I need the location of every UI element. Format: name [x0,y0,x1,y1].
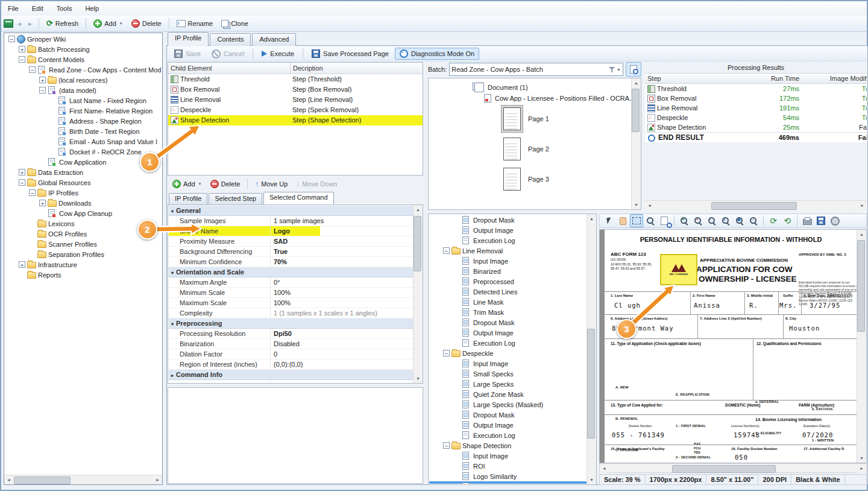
expander-icon[interactable]: − [443,350,450,356]
refresh-button[interactable]: ⟳ Refresh [43,19,82,28]
print-button[interactable] [800,214,814,227]
add-button[interactable]: Add ▼ [90,18,127,29]
expander-icon[interactable]: − [443,247,450,254]
result-row[interactable]: Threshold 27ms True [645,84,867,93]
expander-icon[interactable]: − [39,87,46,93]
diagnostic-item[interactable]: Preprocessed [429,276,587,287]
child-element-row[interactable]: Line Removal Step (Line Removal) [168,95,423,105]
diagnostic-item[interactable]: − Shape Detection [429,440,587,451]
scroll-right-icon[interactable]: ► [858,201,867,210]
tree-item[interactable]: − Content Models [5,54,162,65]
tree-item[interactable]: Birth Date - Text Region [5,126,162,136]
scrollbar-thumb[interactable] [414,216,421,271]
scroll-down-icon[interactable]: ▼ [857,454,866,463]
page-thumbnail-row[interactable]: Page 3 [501,164,641,194]
expander-icon[interactable]: − [29,66,36,73]
zoom-out-button[interactable]: − [691,214,705,227]
tree-item[interactable]: Address - Shape Region [5,116,162,126]
page-thumbnail[interactable] [503,107,521,130]
tab[interactable]: IP Profile [168,32,209,46]
zoom-region-button[interactable] [644,214,657,227]
pan-tool-button[interactable] [616,214,629,227]
save-image-button[interactable] [814,214,828,227]
scroll-down-icon[interactable]: ▼ [587,475,596,484]
property-row[interactable]: Complexity 1 (1 samples x 1 scales x 1 a… [169,308,413,318]
tree-item[interactable]: − (data model) [5,85,162,95]
move-down-button[interactable]: ↓ Move Down [292,179,341,189]
property-row[interactable]: Region of Interest (inches) (0,0):(0,0) [169,360,413,370]
scrollbar-thumb[interactable] [672,465,776,473]
tab[interactable]: Contents [210,33,251,46]
page-thumbnail[interactable] [503,138,521,160]
menu-item[interactable]: Tools [50,1,79,16]
diagnostic-item[interactable]: Execution Log [429,430,587,440]
property-row[interactable]: Dilation Factor 0 [169,349,413,360]
scroll-up-icon[interactable]: ▲ [414,205,423,214]
expander-icon[interactable]: + [39,77,46,83]
delete-button[interactable]: Delete [128,18,165,29]
expander-icon[interactable]: − [443,442,450,449]
tree-item[interactable]: + Infrastructure [5,259,162,270]
diagnostic-item[interactable]: Binarized [429,266,587,276]
scrollbar-thumb[interactable] [711,202,797,210]
zoom-dynamic-button[interactable]: ↕ [705,214,719,227]
batch-combo[interactable]: Read Zone - Cow Ap​ps - Batch ▼ [449,63,623,76]
diagnostic-item[interactable]: Output Image [429,420,587,430]
diagnostic-item[interactable]: Execution Log [429,338,587,348]
rename-button[interactable]: Rename [173,19,217,28]
scroll-down-icon[interactable]: ▼ [632,200,641,209]
delete-step-button[interactable]: Delete [207,179,244,189]
scroll-up-icon[interactable]: ▲ [587,214,596,223]
tree-horizontal-scrollbar[interactable]: ◄ ► [4,475,162,484]
diagnostic-item[interactable]: Input Image [429,358,587,369]
diagnostic-item[interactable]: Input Image [429,256,587,266]
page-thumbnail[interactable] [503,168,521,191]
back-icon[interactable]: ◄ [14,21,24,27]
result-row[interactable]: Line Removal 191ms True [645,103,867,113]
diagnostic-item[interactable]: Large Specks [429,379,587,389]
results-scrollbar[interactable]: ◄ ► [645,200,867,210]
tree-item[interactable]: Cow Application [5,157,162,167]
menu-item[interactable]: Help [78,1,105,16]
move-up-button[interactable]: ↑ Move Up [251,179,291,189]
diagnostic-item[interactable]: Dropout Mask [429,317,587,328]
save-processed-page-button[interactable]: Save Processed Page [307,48,394,60]
tree-item[interactable]: Last Name - Fixed Region [5,95,162,106]
property-row[interactable]: Shape Name Logo [169,226,413,236]
page-preview-button[interactable] [658,214,671,227]
diagnostic-item[interactable]: Line Mask [429,297,587,307]
chevron-down-icon[interactable]: ▼ [617,68,621,72]
zoom-fit-button[interactable]: ▣ [733,214,746,227]
refresh-view-button[interactable]: ⟳ [767,214,780,227]
rotate-button[interactable]: ⟲ [781,214,794,227]
tree-item[interactable]: Scanner Profiles [5,239,162,249]
diagnostic-item[interactable]: − Line Removal [429,246,587,256]
expander-icon[interactable]: + [19,169,25,176]
batch-document-node[interactable]: Document (1) [472,82,641,93]
diagnostic-item[interactable]: Output Image [429,225,587,235]
property-row[interactable]: Sample Images 1 sample images [169,216,413,226]
scroll-right-icon[interactable]: ► [153,475,162,484]
tab[interactable]: Selected Command [263,192,334,204]
viewer-vertical-scrollbar[interactable]: ▲ ▼ [857,230,866,463]
property-row[interactable]: Processing Resolution Dpi50 [169,329,413,339]
diagnostic-item[interactable]: Logo Similarity [429,471,587,481]
scrollbar-thumb[interactable] [632,89,640,132]
column-header-image-modified[interactable]: Image Modified [803,74,867,83]
result-row[interactable]: END RESULT 469ms False [645,132,867,142]
tree-item[interactable]: − Grooper Wiki [5,34,162,44]
property-row[interactable]: Command Type Shape Detection [169,380,413,382]
tab[interactable]: Selected Step [209,193,262,204]
app-icon[interactable] [4,19,13,28]
tree-item[interactable]: Docket # - ReOCR Zone [5,147,162,157]
diagnostic-item[interactable]: − Despeckle [429,348,587,358]
zoom-fit-width-button[interactable]: ↔ [747,214,760,227]
property-row[interactable]: Background Differencing True [169,247,413,257]
diagnostics-mode-button[interactable]: Diagnostics Mode On [395,48,479,60]
diagnostics-scrollbar[interactable]: ▲ ▼ [587,214,596,484]
tab[interactable]: IP Profile [169,193,207,204]
viewer-settings-button[interactable] [828,214,841,227]
expander-icon[interactable]: + [19,46,25,52]
scrollbar-thumb[interactable] [857,240,865,332]
preview-pane-button[interactable] [626,62,641,77]
